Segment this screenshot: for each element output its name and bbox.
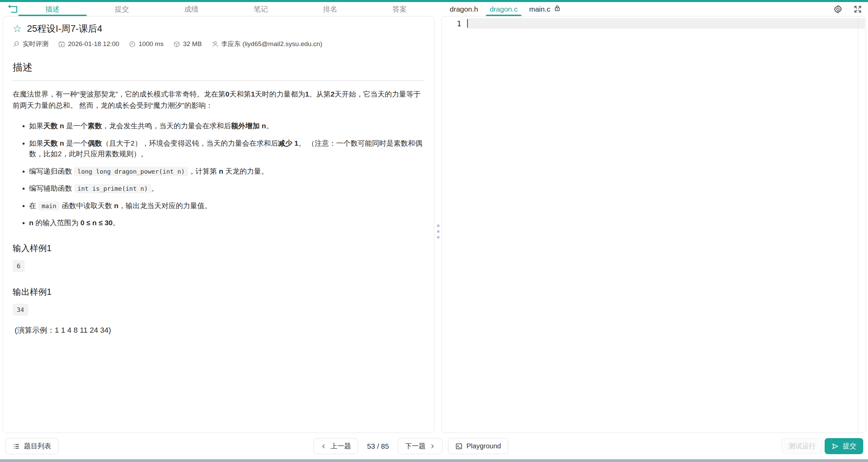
submit-button[interactable]: 提交 [825, 438, 863, 454]
tab-ranking[interactable]: 排名 [295, 2, 365, 16]
file-tab-label: dragon.h [450, 5, 478, 13]
test-run-label: 测试运行 [788, 442, 816, 451]
problem-title-row: ☆ 25程设I-周7-课后4 [13, 23, 424, 35]
next-problem-button[interactable]: 下一题 [398, 438, 443, 454]
problem-list-button[interactable]: 题目列表 [5, 438, 58, 454]
description-paragraph: 在魔法世界，有一种“斐波那契龙”，它的成长模式非常奇特。龙在第0天和第1天时的力… [13, 88, 424, 111]
sample-note: (演算示例：1 1 4 8 11 24 34) [13, 325, 424, 335]
problem-description-panel: ☆ 25程设I-周7-课后4 实时评测 2026-01-18 12:00 100… [3, 16, 434, 433]
test-run-button[interactable]: 测试运行 [781, 438, 823, 454]
next-problem-label: 下一题 [405, 442, 425, 451]
deadline: 2026-01-18 12:00 [58, 40, 119, 48]
favorite-star-icon[interactable]: ☆ [13, 24, 22, 34]
clock-icon [129, 41, 136, 48]
sample-input-heading: 输入样例1 [13, 243, 424, 254]
editor-line-number: 1 [442, 19, 461, 28]
tab-submissions[interactable]: 提交 [87, 2, 156, 16]
terminal-icon [455, 443, 463, 450]
memory-limit: 32 MB [173, 40, 202, 48]
deadline-label: 2026-01-18 12:00 [68, 40, 119, 48]
tab-description[interactable]: 描述 [18, 2, 87, 16]
judge-mode: 实时评测 [13, 40, 48, 48]
author-icon [211, 41, 219, 48]
author: 李应东 (liyd65@mail2.sysu.edu.cn) [211, 40, 322, 48]
send-icon [831, 443, 839, 450]
list-icon [13, 443, 20, 450]
list-item: 编写递归函数 long long dragon_power(int n)，计算第… [29, 166, 424, 177]
list-item: 如果天数 n 是一个偶数（且大于2），环境会变得迟钝，当天的力量会在求和后减少 … [29, 138, 424, 159]
header-actions [832, 2, 863, 16]
lock-icon [554, 4, 561, 14]
file-tab-main-c[interactable]: main.c [523, 2, 567, 16]
magnifier-icon [13, 41, 20, 48]
tab-grades[interactable]: 成绩 [157, 2, 226, 16]
fullscreen-icon[interactable] [852, 4, 863, 15]
list-item: n 的输入范围为 0 ≤ n ≤ 30。 [29, 217, 424, 228]
requirements-list: 如果天数 n 是一个素数，龙会发生共鸣，当天的力量会在求和后额外增加 n。如果天… [13, 120, 424, 228]
prev-problem-button[interactable]: 上一题 [313, 438, 358, 454]
footer-bar: 题目列表 上一题 53 / 85 下一题 Playground 测试运行 提交 [0, 433, 868, 459]
list-item: 编写辅助函数 int is_prime(int n)。 [29, 183, 424, 194]
author-label: 李应东 (liyd65@mail2.sysu.edu.cn) [221, 40, 322, 48]
time-limit-label: 1000 ms [139, 40, 164, 48]
collapse-panel-icon[interactable] [8, 4, 19, 14]
submit-label: 提交 [843, 442, 856, 451]
editor-caret [467, 19, 468, 28]
chevron-left-icon [321, 443, 327, 449]
prev-problem-label: 上一题 [331, 442, 351, 451]
memory-limit-label: 32 MB [183, 40, 202, 48]
panel-resize-handle[interactable] [437, 225, 439, 239]
judge-mode-label: 实时评测 [23, 40, 48, 48]
pagination-group: 上一题 53 / 85 下一题 [313, 438, 443, 454]
editor-file-tabs: dragon.h dragon.c main.c [444, 2, 567, 16]
page-count: 53 / 85 [367, 442, 389, 450]
bottom-status-strip [0, 459, 868, 462]
problem-list-label: 题目列表 [24, 442, 51, 451]
file-tab-label: dragon.c [490, 5, 518, 13]
editor-overview-ruler [858, 16, 858, 433]
list-item: 如果天数 n 是一个素数，龙会发生共鸣，当天的力量会在求和后额外增加 n。 [29, 120, 424, 131]
file-tab-dragon-h[interactable]: dragon.h [444, 2, 484, 16]
editor-active-line[interactable] [467, 18, 865, 29]
playground-button[interactable]: Playground [448, 438, 508, 454]
file-tab-label: main.c [529, 5, 550, 13]
calendar-icon [58, 41, 65, 48]
list-item: 在 main 函数中读取天数 n，输出龙当天对应的力量值。 [29, 200, 424, 211]
file-tab-dragon-c[interactable]: dragon.c [484, 2, 523, 16]
code-editor-panel[interactable]: 1 [441, 16, 866, 433]
cube-icon [173, 41, 180, 48]
playground-label: Playground [466, 442, 501, 450]
sample-output-value: 34 [13, 304, 28, 316]
tab-answers[interactable]: 答案 [365, 2, 434, 16]
problem-title: 25程设I-周7-课后4 [27, 23, 102, 35]
sample-input-value: 6 [13, 260, 25, 272]
settings-gear-icon[interactable] [832, 4, 843, 15]
tab-notes[interactable]: 笔记 [226, 2, 295, 16]
problem-tab-bar: 描述 提交 成绩 笔记 排名 答案 [18, 2, 434, 16]
sample-output-heading: 输出样例1 [13, 286, 424, 298]
header-bar: 描述 提交 成绩 笔记 排名 答案 dragon.h dragon.c main… [0, 2, 868, 16]
time-limit: 1000 ms [129, 40, 164, 48]
description-heading: 描述 [13, 61, 424, 81]
problem-meta-row: 实时评测 2026-01-18 12:00 1000 ms 32 MB [13, 40, 424, 48]
chevron-right-icon [429, 443, 435, 449]
